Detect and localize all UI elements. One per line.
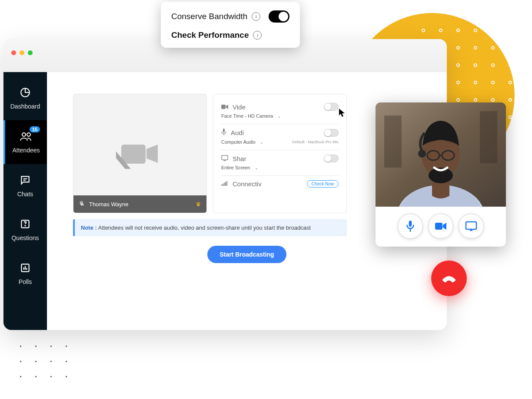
video-setting-row: Vide Face Time - HD Camera ⌄ <box>221 99 339 124</box>
sidebar-item-polls[interactable]: Polls <box>3 252 47 296</box>
sidebar-item-chats[interactable]: Chats <box>3 164 47 208</box>
hangup-button[interactable] <box>431 261 467 296</box>
screen-share-icon <box>221 155 228 162</box>
svg-point-2 <box>27 133 30 136</box>
svg-marker-11 <box>226 105 228 109</box>
svg-rect-32 <box>466 222 476 229</box>
sidebar-item-attendees[interactable]: 15 Attendees <box>3 120 47 164</box>
floating-video-controls <box>376 207 506 241</box>
window-minimize-icon[interactable] <box>20 50 24 55</box>
svg-rect-15 <box>223 184 223 186</box>
svg-rect-29 <box>409 221 412 227</box>
svg-rect-30 <box>435 223 442 230</box>
floating-video-panel <box>376 102 506 247</box>
svg-rect-20 <box>384 115 402 168</box>
chevron-down-icon[interactable]: ⌄ <box>277 114 281 119</box>
sidebar: Dashboard 15 Attendees Chats Questions <box>3 72 47 330</box>
window-maximize-icon[interactable] <box>28 50 33 55</box>
svg-rect-10 <box>221 105 226 109</box>
note-banner: Note : Attendees will not receive audio,… <box>73 219 347 236</box>
connectivity-title: Connectiv <box>233 180 262 188</box>
svg-point-1 <box>22 133 26 136</box>
decoration-dots-dark <box>13 339 74 391</box>
svg-rect-14 <box>221 185 222 186</box>
share-option-select[interactable]: Entire Screen <box>221 165 250 170</box>
share-toggle[interactable] <box>324 155 339 162</box>
conserve-bandwidth-label: Conserve Bandwidth <box>171 12 247 21</box>
note-label: Note : <box>81 224 97 231</box>
video-toggle[interactable] <box>324 103 339 111</box>
audio-setting-row: Audi Computer Audio ⌄ Default - MacBook … <box>221 124 339 150</box>
video-preview-card: Thomas Wayne ♛ <box>73 94 207 213</box>
video-title: Vide <box>233 103 246 111</box>
preview-footer: Thomas Wayne ♛ <box>73 195 206 213</box>
conserve-bandwidth-toggle[interactable] <box>269 10 289 23</box>
svg-rect-16 <box>224 183 225 186</box>
share-setting-row: Shar Entire Screen ⌄ <box>221 150 339 176</box>
window-close-icon[interactable] <box>11 50 16 55</box>
sidebar-item-questions[interactable]: Questions <box>3 208 47 252</box>
svg-marker-7 <box>146 145 158 163</box>
audio-toggle[interactable] <box>324 129 339 137</box>
svg-rect-21 <box>480 111 497 163</box>
signal-icon <box>221 180 228 188</box>
mic-icon <box>221 129 226 137</box>
connectivity-row: Connectiv Check Now <box>221 176 339 193</box>
check-performance-row[interactable]: Check Performance i <box>171 30 289 40</box>
check-performance-label: Check Performance <box>171 30 249 40</box>
svg-point-4 <box>25 225 25 226</box>
mic-muted-icon <box>79 201 85 208</box>
participant-video <box>376 102 506 207</box>
participant-avatar <box>376 102 506 207</box>
video-icon <box>221 103 228 111</box>
audio-title: Audi <box>231 129 244 136</box>
info-icon[interactable]: i <box>253 31 262 40</box>
attendees-badge: 15 <box>30 126 40 132</box>
polls-icon <box>20 262 31 275</box>
check-now-button[interactable]: Check Now <box>307 180 339 188</box>
note-text: Attendees will not receive audio, video … <box>97 224 311 231</box>
share-title: Shar <box>233 155 246 162</box>
svg-rect-18 <box>226 181 227 186</box>
sidebar-item-dashboard[interactable]: Dashboard <box>3 76 47 120</box>
chat-icon <box>20 175 31 187</box>
svg-rect-13 <box>222 155 228 160</box>
people-icon <box>20 131 33 143</box>
svg-rect-6 <box>121 145 146 164</box>
svg-rect-17 <box>225 182 226 186</box>
toggle-mic-button[interactable] <box>398 214 423 239</box>
device-settings-card: Vide Face Time - HD Camera ⌄ Audi <box>213 94 347 213</box>
info-icon[interactable]: i <box>252 12 260 21</box>
start-broadcasting-button[interactable]: Start Broadcasting <box>207 246 286 263</box>
pie-chart-icon <box>20 87 31 99</box>
presenter-name: Thomas Wayne <box>89 201 129 208</box>
presenter-crown-icon: ♛ <box>196 201 201 208</box>
toggle-video-button[interactable] <box>428 214 453 239</box>
conserve-bandwidth-row: Conserve Bandwidth i <box>171 10 289 23</box>
camera-off-icon <box>116 138 164 169</box>
bandwidth-popover: Conserve Bandwidth i Check Performance i <box>161 2 300 48</box>
svg-rect-12 <box>223 129 225 132</box>
chevron-down-icon[interactable]: ⌄ <box>255 165 258 170</box>
chevron-down-icon[interactable]: ⌄ <box>260 140 263 145</box>
toggle-share-button[interactable] <box>459 214 484 239</box>
video-device-select[interactable]: Face Time - HD Camera <box>221 113 273 119</box>
audio-device-select[interactable]: Computer Audio <box>221 139 256 145</box>
svg-point-28 <box>418 150 426 158</box>
svg-marker-31 <box>443 223 446 230</box>
audio-default-label: Default - MacBook Pro Mic <box>292 140 339 144</box>
question-icon <box>20 218 31 231</box>
